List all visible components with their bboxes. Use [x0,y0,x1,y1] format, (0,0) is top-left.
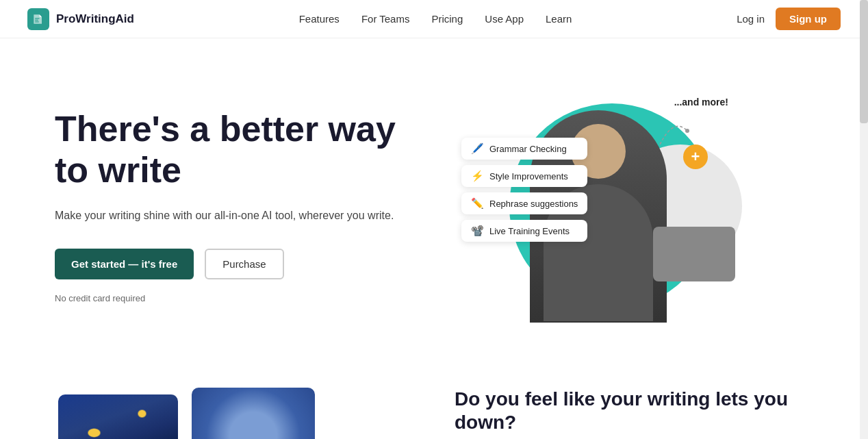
get-started-button[interactable]: Get started — it's free [55,249,194,279]
feature-card-rephrase: ✏️ Rephrase suggestions [461,192,587,214]
style-icon: ⚡ [471,170,484,182]
page-scrollbar[interactable] [860,0,868,439]
painting-card-front: My idea in my head [58,394,178,439]
navbar-logo-area: ProWritingAid [27,8,134,30]
hero-illustration: 🖊️ Grammar Checking ⚡ Style Improvements… [411,79,813,333]
hero-subtitle: Make your writing shine with our all-in-… [55,208,411,224]
painting-stack: My idea in my head [55,381,288,439]
second-section-title: Do you feel like your writing lets you d… [455,388,813,434]
starry-night-bg [58,394,178,439]
feature-card-rephrase-label: Rephrase suggestions [489,199,578,209]
svg-point-3 [685,129,689,133]
nav-for-teams[interactable]: For Teams [361,13,410,25]
sign-up-button[interactable]: Sign up [776,8,841,30]
svg-rect-0 [35,18,40,18]
nav-features[interactable]: Features [299,13,340,25]
scrollbar-thumb[interactable] [860,0,868,123]
feature-card-grammar-label: Grammar Checking [489,144,567,154]
and-more-label: ...and more! [674,97,728,108]
laptop-image [653,227,735,281]
blue-abstract-bg [192,388,315,439]
illustration-container: 🖊️ Grammar Checking ⚡ Style Improvements… [489,90,735,323]
feature-card-training-label: Live Training Events [489,226,570,236]
feature-card-grammar: 🖊️ Grammar Checking [461,138,587,160]
feature-cards-list: 🖊️ Grammar Checking ⚡ Style Improvements… [461,138,587,242]
navbar-links: Features For Teams Pricing Use App Learn [299,13,572,25]
brand-name: ProWritingAid [56,12,134,26]
feature-card-style-label: Style Improvements [489,171,568,181]
painting-area: My idea in my head [55,381,413,439]
navbar-actions: Log in Sign up [737,8,841,30]
grammar-icon: 🖊️ [471,142,484,155]
feature-card-training: 📽️ Live Training Events [461,220,587,242]
hero-buttons: Get started — it's free Purchase [55,249,411,279]
svg-rect-2 [35,21,39,22]
purchase-button[interactable]: Purchase [205,249,283,279]
second-section: My idea in my head Do you feel like your… [0,360,868,439]
no-credit-text: No credit card required [55,293,411,303]
hero-section: There's a better way to write Make your … [0,38,868,360]
training-icon: 📽️ [471,225,484,237]
rephrase-icon: ✏️ [471,197,484,210]
hero-title: There's a better way to write [55,109,411,191]
nav-pricing[interactable]: Pricing [431,13,463,25]
nav-learn[interactable]: Learn [546,13,572,25]
log-in-button[interactable]: Log in [737,13,765,25]
nav-use-app[interactable]: Use App [485,13,524,25]
scroll-arc [653,110,694,151]
hero-content: There's a better way to write Make your … [55,109,411,303]
navbar: ProWritingAid Features For Teams Pricing… [0,0,868,38]
plus-badge: + [683,145,708,169]
painting-card-back [192,388,315,439]
logo-icon [27,8,49,30]
feature-card-style: ⚡ Style Improvements [461,165,587,187]
second-section-content: Do you feel like your writing lets you d… [455,381,813,439]
svg-rect-1 [35,19,38,20]
